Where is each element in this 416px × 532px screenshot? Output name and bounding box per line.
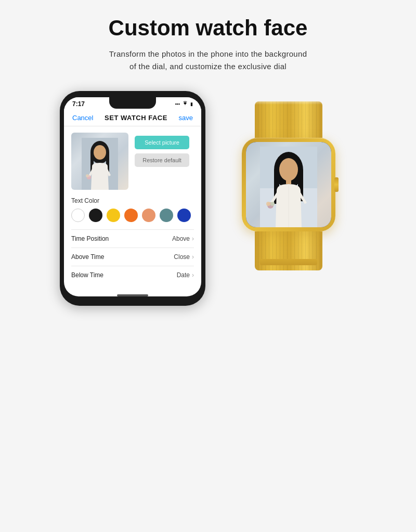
below-time-label: Below Time xyxy=(71,271,103,279)
battery-icon: ▮ xyxy=(190,101,193,107)
color-option-blue[interactable] xyxy=(177,209,191,222)
app-body: Select picture Restore default Text Colo… xyxy=(64,126,201,290)
watch-band-top xyxy=(255,101,322,138)
phone-screen: 7:17 ▪▪▪ ▮ xyxy=(64,97,201,296)
devices-container: 7:17 ▪▪▪ ▮ xyxy=(10,91,406,306)
signal-icon: ▪▪▪ xyxy=(175,101,180,107)
chevron-icon: › xyxy=(192,235,194,242)
watch-crown xyxy=(334,177,339,192)
svg-point-4 xyxy=(94,145,106,160)
setting-row-below-time[interactable]: Below Time Date › xyxy=(71,266,194,284)
svg-point-13 xyxy=(279,158,298,181)
chevron-icon-3: › xyxy=(192,271,194,279)
watch-photo-background xyxy=(246,142,331,227)
setting-row-above-time[interactable]: Above Time Close › xyxy=(71,248,194,266)
phone-time: 7:17 xyxy=(72,100,85,108)
phone-wrapper: 7:17 ▪▪▪ ▮ xyxy=(60,91,205,306)
smartwatch xyxy=(221,101,356,299)
preview-row: Select picture Restore default xyxy=(71,133,194,190)
home-indicator xyxy=(117,294,148,296)
color-option-teal[interactable] xyxy=(160,209,173,222)
below-time-value: Date › xyxy=(177,271,194,279)
phone: 7:17 ▪▪▪ ▮ xyxy=(60,91,205,306)
time-position-label: Time Position xyxy=(71,235,109,242)
wifi-icon xyxy=(182,101,188,107)
text-color-label: Text Color xyxy=(71,197,194,204)
svg-point-16 xyxy=(266,202,270,206)
color-option-orange[interactable] xyxy=(124,209,138,222)
svg-rect-14 xyxy=(286,179,291,184)
watch-screen xyxy=(246,142,331,227)
status-bar: 7:17 ▪▪▪ ▮ xyxy=(64,97,201,110)
color-option-peach[interactable] xyxy=(142,209,155,222)
color-option-yellow[interactable] xyxy=(107,209,120,222)
select-picture-button[interactable]: Select picture xyxy=(135,136,189,149)
setting-row-time-position[interactable]: Time Position Above › xyxy=(71,229,194,248)
color-option-black[interactable] xyxy=(89,209,102,222)
time-position-value: Above › xyxy=(172,235,194,242)
chevron-icon-2: › xyxy=(192,253,194,261)
svg-point-17 xyxy=(270,202,275,206)
phone-status-icons: ▪▪▪ ▮ xyxy=(175,101,193,107)
above-time-label: Above Time xyxy=(71,253,104,261)
watch-band-bottom xyxy=(255,231,322,270)
preview-buttons: Select picture Restore default xyxy=(135,136,189,167)
cancel-button[interactable]: Cancel xyxy=(72,114,93,122)
color-option-white[interactable] xyxy=(71,209,85,222)
restore-default-button[interactable]: Restore default xyxy=(135,153,189,167)
app-header-title: SET WATCH FACE xyxy=(105,114,167,122)
watch-case xyxy=(242,138,335,231)
preview-photo xyxy=(71,133,128,190)
phone-notch xyxy=(109,97,156,109)
save-button[interactable]: save xyxy=(179,114,193,122)
page-title: Custom watch face xyxy=(109,16,308,41)
page-subtitle: Transform the photos in the phone into t… xyxy=(109,48,307,73)
svg-point-6 xyxy=(86,174,89,177)
watch-clasp xyxy=(260,259,317,265)
watch-wrapper xyxy=(221,101,356,299)
above-time-value: Close › xyxy=(174,253,194,261)
app-header: Cancel SET WATCH FACE save xyxy=(64,110,201,126)
color-row xyxy=(71,209,194,222)
